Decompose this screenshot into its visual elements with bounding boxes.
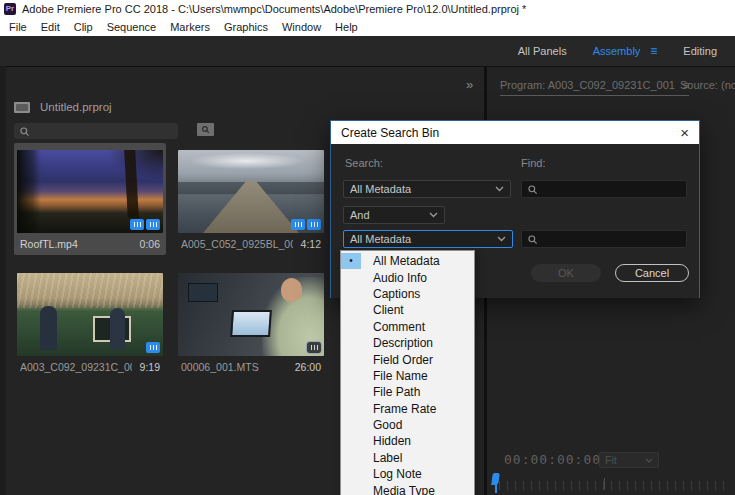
menu-markers[interactable]: Markers	[163, 21, 217, 33]
workspace-tab-all-panels[interactable]: All Panels	[518, 45, 567, 57]
bullet-icon: •	[349, 256, 353, 266]
dropdown-option[interactable]: Captions	[341, 286, 474, 302]
clip-name[interactable]: A003_C092_09231C_001	[20, 361, 132, 373]
dropdown-option[interactable]: • All Metadata	[341, 253, 474, 269]
clip-thumbnail[interactable]	[17, 273, 163, 356]
metadata-select-2-value: All Metadata	[350, 233, 411, 245]
clip-thumbnail[interactable]	[178, 150, 324, 233]
find-input-2[interactable]	[521, 230, 687, 248]
clip-tile[interactable]: A003_C092_09231C_001 9:19	[14, 266, 166, 378]
playhead-icon[interactable]	[492, 473, 504, 493]
dropdown-option[interactable]: Log Note	[341, 466, 474, 482]
metadata-dropdown-list: • All Metadata Audio Info Captions Clien…	[340, 250, 475, 495]
clip-duration: 9:19	[140, 361, 160, 373]
source-monitor-tab[interactable]: Source: (no cl	[680, 79, 735, 91]
metadata-select-1-value: All Metadata	[350, 183, 411, 195]
workspace-bar: All Panels Assembly ≡ Editing	[0, 36, 735, 66]
menu-sequence[interactable]: Sequence	[100, 21, 164, 33]
panel-overflow-icon[interactable]: »	[466, 77, 471, 92]
menu-file[interactable]: File	[2, 21, 34, 33]
workspace-tab-assembly[interactable]: Assembly	[593, 45, 641, 57]
menu-edit[interactable]: Edit	[34, 21, 67, 33]
search-label: Search:	[345, 157, 383, 169]
cancel-button[interactable]: Cancel	[615, 264, 689, 282]
project-name[interactable]: Untitled.prproj	[40, 101, 112, 113]
dropdown-option[interactable]: File Path	[341, 384, 474, 400]
find-label: Find:	[521, 157, 545, 169]
operator-select-value: And	[350, 209, 370, 221]
dropdown-option[interactable]: Label	[341, 450, 474, 466]
ruler-major-tick	[604, 478, 605, 490]
search-icon	[527, 234, 538, 245]
find-input-1[interactable]	[521, 180, 687, 198]
dialog-titlebar[interactable]: Create Search Bin ×	[331, 121, 699, 144]
clip-duration: 26:00	[295, 361, 321, 373]
operator-select[interactable]: And	[343, 206, 445, 224]
dropdown-option[interactable]: Frame Rate	[341, 401, 474, 417]
dropdown-option[interactable]: Hidden	[341, 433, 474, 449]
clip-tile[interactable]: 00006_001.MTS 26:00	[175, 266, 327, 378]
selected-option-marker: •	[341, 253, 361, 269]
chevron-down-icon	[495, 186, 504, 192]
metadata-select-1[interactable]: All Metadata	[343, 180, 511, 198]
video-badge-icon[interactable]	[130, 219, 144, 230]
dropdown-option[interactable]: File Name	[341, 368, 474, 384]
zoom-level-value: Fit	[605, 454, 617, 466]
chevron-down-icon	[497, 236, 506, 242]
video-badge-icon[interactable]	[291, 219, 305, 230]
video-badge-icon[interactable]	[307, 342, 321, 353]
search-bin-icon	[201, 125, 210, 134]
clip-thumbnail[interactable]	[17, 150, 163, 233]
program-monitor-tab[interactable]: Program: A003_C092_09231C_001 ≡	[500, 79, 689, 96]
dialog-title: Create Search Bin	[341, 126, 439, 140]
clip-name[interactable]: RoofTL.mp4	[20, 238, 78, 250]
clip-name[interactable]: 00006_001.MTS	[181, 361, 259, 373]
dropdown-option[interactable]: Media Type	[341, 482, 474, 495]
dropdown-option[interactable]: Client	[341, 302, 474, 318]
audio-badge-icon[interactable]	[307, 219, 321, 230]
workspace-menu-icon[interactable]: ≡	[650, 44, 657, 58]
dropdown-option[interactable]: Comment	[341, 319, 474, 335]
timecode-display[interactable]: 00:00:00:00	[504, 452, 601, 467]
menubar: File Edit Clip Sequence Markers Graphics…	[0, 17, 735, 36]
menu-clip[interactable]: Clip	[67, 21, 100, 33]
window-title: Adobe Premiere Pro CC 2018 - C:\Users\mw…	[22, 3, 526, 15]
program-tab-label: Program: A003_C092_09231C_001	[500, 79, 675, 91]
ok-button[interactable]: OK	[531, 264, 601, 282]
premiere-app-icon: Pr	[4, 3, 16, 15]
bin-icon	[14, 102, 30, 113]
search-icon	[527, 184, 538, 195]
dropdown-option[interactable]: Description	[341, 335, 474, 351]
zoom-level-select[interactable]: Fit	[599, 452, 659, 468]
clip-tile[interactable]: A005_C052_0925BL_001_ 4:12	[175, 143, 327, 255]
menu-help[interactable]: Help	[328, 21, 365, 33]
video-badge-icon[interactable]	[146, 342, 160, 353]
clip-duration: 4:12	[301, 238, 321, 250]
menu-graphics[interactable]: Graphics	[217, 21, 275, 33]
chevron-down-icon	[645, 458, 653, 463]
project-header: Untitled.prproj	[14, 101, 112, 113]
menu-window[interactable]: Window	[275, 21, 328, 33]
clip-thumbnail[interactable]	[178, 273, 324, 356]
workspace-tab-editing[interactable]: Editing	[683, 45, 717, 57]
dropdown-option[interactable]: Field Order	[341, 351, 474, 367]
dropdown-option[interactable]: Good	[341, 417, 474, 433]
monitor-timeline-ruler[interactable]	[499, 481, 727, 490]
project-search-input[interactable]	[14, 123, 178, 139]
clip-name[interactable]: A005_C052_0925BL_001_	[181, 238, 293, 250]
chevron-down-icon	[429, 212, 438, 218]
dropdown-option[interactable]: Audio Info	[341, 269, 474, 285]
clip-tile[interactable]: RoofTL.mp4 0:06	[14, 143, 166, 255]
clip-duration: 0:06	[140, 238, 160, 250]
metadata-select-2[interactable]: All Metadata	[343, 230, 513, 248]
close-icon[interactable]: ×	[680, 125, 689, 140]
search-icon	[19, 126, 30, 137]
create-search-bin-button[interactable]	[197, 123, 214, 136]
audio-badge-icon[interactable]	[146, 219, 160, 230]
window-titlebar: Pr Adobe Premiere Pro CC 2018 - C:\Users…	[0, 0, 735, 17]
